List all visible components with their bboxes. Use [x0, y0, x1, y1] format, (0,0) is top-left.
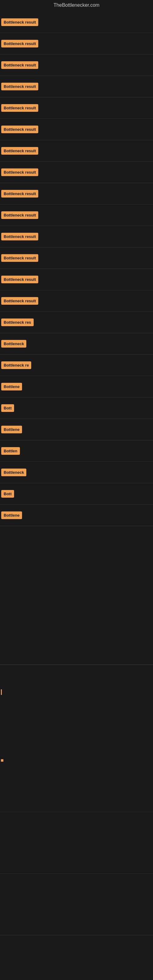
divider-line-3	[0, 873, 153, 874]
result-row-18: Bottlene	[0, 376, 153, 398]
empty-zone-1	[0, 696, 153, 757]
result-row-16: Bottleneck	[0, 333, 153, 355]
result-row-1: Bottleneck result	[0, 12, 153, 33]
tiny-mark-1	[1, 689, 153, 696]
result-row-21: Bottlen	[0, 441, 153, 462]
bottleneck-badge-7[interactable]: Bottleneck result	[1, 147, 38, 155]
empty-zone-2	[0, 763, 153, 809]
divider-line-2	[0, 812, 153, 812]
tiny-mark-2	[1, 757, 153, 763]
empty-zone-4	[0, 877, 153, 932]
result-row-10: Bottleneck result	[0, 205, 153, 226]
result-row-6: Bottleneck result	[0, 119, 153, 140]
result-row-17: Bottleneck re	[0, 355, 153, 376]
bottleneck-badge-18[interactable]: Bottlene	[1, 383, 22, 390]
bottleneck-badge-21[interactable]: Bottlen	[1, 447, 20, 455]
bottleneck-badge-15[interactable]: Bottleneck res	[1, 318, 33, 326]
result-row-24: Bottlene	[0, 505, 153, 526]
result-row-20: Bottlene	[0, 419, 153, 441]
results-container: Bottleneck resultBottleneck resultBottle…	[0, 12, 153, 526]
bottleneck-badge-3[interactable]: Bottleneck result	[1, 61, 38, 69]
bottleneck-badge-11[interactable]: Bottleneck result	[1, 233, 38, 240]
result-row-14: Bottleneck result	[0, 290, 153, 312]
bottleneck-badge-24[interactable]: Bottlene	[1, 511, 22, 519]
bottleneck-badge-5[interactable]: Bottleneck result	[1, 104, 38, 112]
bottleneck-badge-10[interactable]: Bottleneck result	[1, 211, 38, 219]
bottleneck-badge-8[interactable]: Bottleneck result	[1, 169, 38, 176]
bottleneck-badge-1[interactable]: Bottleneck result	[1, 18, 38, 26]
result-row-22: Bottleneck	[0, 462, 153, 483]
bottleneck-badge-6[interactable]: Bottleneck result	[1, 126, 38, 133]
result-row-7: Bottleneck result	[0, 140, 153, 162]
bottleneck-badge-4[interactable]: Bottleneck result	[1, 83, 38, 90]
result-row-13: Bottleneck result	[0, 269, 153, 290]
result-row-23: Bott	[0, 483, 153, 505]
result-row-9: Bottleneck result	[0, 183, 153, 205]
bottleneck-badge-20[interactable]: Bottlene	[1, 426, 22, 433]
bottleneck-badge-14[interactable]: Bottleneck result	[1, 297, 38, 305]
result-row-15: Bottleneck res	[0, 312, 153, 333]
bottom-section	[0, 655, 153, 939]
divider-line	[0, 665, 153, 665]
result-row-3: Bottleneck result	[0, 54, 153, 76]
bottleneck-badge-9[interactable]: Bottleneck result	[1, 190, 38, 197]
site-title: TheBottlenecker.com	[0, 0, 153, 12]
bottleneck-badge-16[interactable]: Bottleneck	[1, 340, 26, 348]
empty-zone-3	[0, 815, 153, 870]
bottleneck-badge-2[interactable]: Bottleneck result	[1, 40, 38, 48]
page-wrapper: TheBottlenecker.com Bottleneck resultBot…	[0, 0, 153, 980]
bottleneck-badge-12[interactable]: Bottleneck result	[1, 254, 38, 262]
result-row-2: Bottleneck result	[0, 33, 153, 54]
bottleneck-badge-19[interactable]: Bott	[1, 404, 14, 412]
bottleneck-badge-22[interactable]: Bottleneck	[1, 469, 26, 476]
bottleneck-badge-17[interactable]: Bottleneck re	[1, 361, 31, 369]
result-row-8: Bottleneck result	[0, 162, 153, 183]
bottleneck-badge-23[interactable]: Bott	[1, 490, 14, 498]
result-row-12: Bottleneck result	[0, 247, 153, 269]
bottleneck-badge-13[interactable]: Bottleneck result	[1, 275, 38, 283]
result-row-11: Bottleneck result	[0, 226, 153, 247]
result-row-19: Bott	[0, 398, 153, 419]
result-row-4: Bottleneck result	[0, 76, 153, 97]
result-row-5: Bottleneck result	[0, 97, 153, 119]
